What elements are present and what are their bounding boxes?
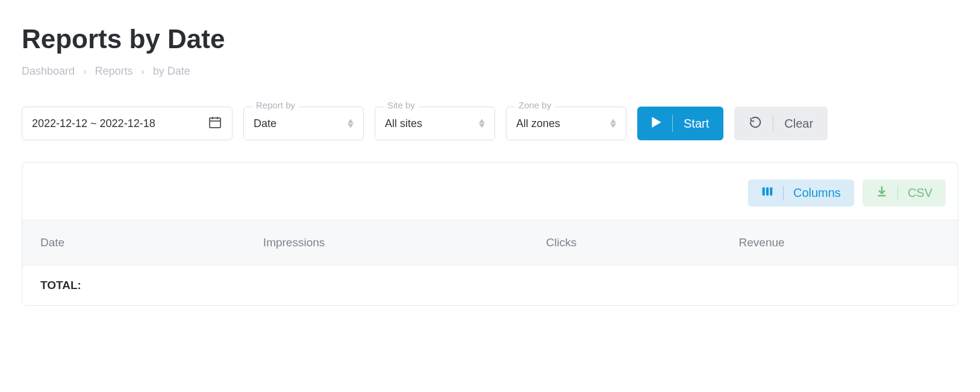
breadcrumb: Dashboard › Reports › by Date xyxy=(22,65,958,78)
zone-by-label: Zone by xyxy=(515,101,555,110)
svg-rect-6 xyxy=(770,187,772,195)
site-by-select[interactable]: Site by All sites xyxy=(375,107,495,140)
breadcrumb-dashboard[interactable]: Dashboard xyxy=(22,65,75,78)
breadcrumb-reports[interactable]: Reports xyxy=(95,65,133,78)
csv-button-label: CSV xyxy=(908,186,932,200)
csv-button[interactable]: CSV xyxy=(863,179,946,207)
sort-arrows-icon xyxy=(610,119,616,128)
total-clicks xyxy=(528,266,721,306)
start-button-label: Start xyxy=(684,117,709,131)
chevron-right-icon: › xyxy=(141,66,144,77)
button-divider xyxy=(672,115,673,132)
total-label: TOTAL: xyxy=(22,266,245,306)
filter-row: 2022-12-12 ~ 2022-12-18 Report by Date S… xyxy=(22,107,958,140)
pill-divider xyxy=(783,186,784,201)
sort-arrows-icon xyxy=(348,119,354,128)
start-button[interactable]: Start xyxy=(637,107,723,140)
card-toolbar: Columns CSV xyxy=(22,163,958,220)
site-by-label: Site by xyxy=(384,101,419,110)
col-date[interactable]: Date xyxy=(22,220,245,266)
columns-button[interactable]: Columns xyxy=(748,179,854,207)
clear-button[interactable]: Clear xyxy=(734,107,828,140)
columns-icon xyxy=(761,185,773,201)
svg-rect-5 xyxy=(766,187,769,195)
col-revenue[interactable]: Revenue xyxy=(721,220,958,266)
report-by-select[interactable]: Report by Date xyxy=(243,107,364,140)
site-by-value: All sites xyxy=(385,117,479,130)
date-range-picker[interactable]: 2022-12-12 ~ 2022-12-18 xyxy=(22,107,233,140)
page-title: Reports by Date xyxy=(22,24,958,54)
play-icon xyxy=(652,117,661,131)
results-table: Date Impressions Clicks Revenue TOTAL: xyxy=(22,220,958,305)
report-by-value: Date xyxy=(254,117,348,130)
date-range-value: 2022-12-12 ~ 2022-12-18 xyxy=(32,117,208,130)
download-icon xyxy=(876,185,888,201)
svg-rect-0 xyxy=(210,118,220,128)
col-impressions[interactable]: Impressions xyxy=(245,220,528,266)
report-by-label: Report by xyxy=(252,101,299,110)
svg-rect-7 xyxy=(878,195,885,197)
chevron-right-icon: › xyxy=(83,66,86,77)
clear-button-label: Clear xyxy=(784,117,813,131)
total-revenue xyxy=(721,266,958,306)
col-clicks[interactable]: Clicks xyxy=(528,220,721,266)
pill-divider xyxy=(897,186,898,201)
svg-rect-4 xyxy=(763,187,765,195)
sort-arrows-icon xyxy=(479,119,485,128)
columns-button-label: Columns xyxy=(793,186,841,200)
table-total-row: TOTAL: xyxy=(22,266,958,306)
breadcrumb-current: by Date xyxy=(153,65,190,78)
table-header-row: Date Impressions Clicks Revenue xyxy=(22,220,958,266)
zone-by-value: All zones xyxy=(516,117,610,130)
calendar-icon xyxy=(208,115,222,132)
results-card: Columns CSV Date Impressions xyxy=(22,162,958,306)
refresh-icon xyxy=(749,116,762,132)
zone-by-select[interactable]: Zone by All zones xyxy=(506,107,626,140)
total-impressions xyxy=(245,266,528,306)
button-divider xyxy=(773,115,773,132)
